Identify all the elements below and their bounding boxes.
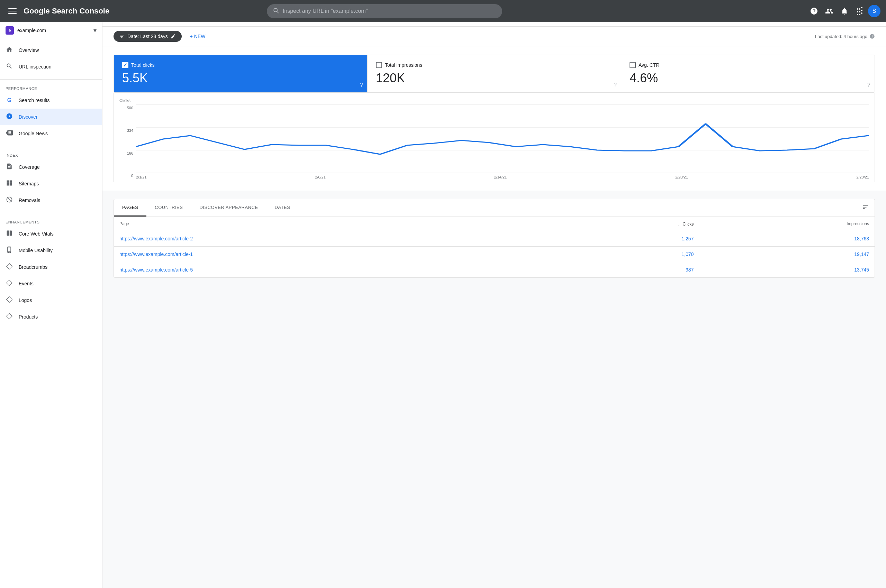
metric-info-icon[interactable]: ? bbox=[867, 82, 870, 88]
clicks-value: 987 bbox=[557, 262, 699, 278]
users-icon[interactable] bbox=[822, 4, 836, 18]
sidebar-item-overview[interactable]: Overview bbox=[0, 42, 102, 58]
tab-pages[interactable]: PAGES bbox=[114, 199, 146, 216]
metric-header: ✓ Total clicks bbox=[122, 62, 359, 68]
metric-value: 120K bbox=[376, 71, 612, 86]
svg-marker-7 bbox=[7, 296, 12, 302]
data-table: Page ↓ Clicks Impressions https://www.ex… bbox=[114, 217, 875, 278]
sidebar-item-breadcrumbs[interactable]: Breadcrumbs bbox=[0, 259, 102, 275]
page-url[interactable]: https://www.example.com/article-2 bbox=[114, 231, 557, 247]
metric-info-icon[interactable]: ? bbox=[614, 82, 617, 88]
sidebar-item-google-news[interactable]: Google News bbox=[0, 125, 102, 142]
sidebar-item-discover[interactable]: Discover bbox=[0, 109, 102, 125]
removals-icon bbox=[6, 196, 13, 205]
hamburger-menu[interactable] bbox=[6, 4, 20, 18]
metric-checkbox bbox=[376, 62, 382, 68]
last-updated: Last updated: 4 hours ago bbox=[815, 33, 875, 39]
page-url[interactable]: https://www.example.com/article-1 bbox=[114, 247, 557, 262]
metric-avg-ctr[interactable]: Avg. CTR 4.6% ? bbox=[621, 55, 875, 92]
metric-label: Total clicks bbox=[131, 62, 155, 68]
table-row: https://www.example.com/article-1 1,070 … bbox=[114, 247, 875, 262]
sidebar-item-products[interactable]: Products bbox=[0, 309, 102, 325]
svg-rect-2 bbox=[8, 13, 17, 14]
nav-divider bbox=[0, 146, 102, 146]
clicks-value: 1,070 bbox=[557, 247, 699, 262]
sidebar-item-label: Discover bbox=[19, 114, 38, 120]
google-icon: G bbox=[6, 97, 13, 104]
metric-header: Total impressions bbox=[376, 62, 612, 68]
top-nav: Google Search Console bbox=[0, 0, 886, 22]
site-selector[interactable]: e example.com ▾ bbox=[0, 22, 102, 39]
metric-header: Avg. CTR bbox=[630, 62, 866, 68]
nav-icons: S bbox=[807, 4, 880, 18]
app-logo: Google Search Console bbox=[24, 7, 109, 16]
sidebar-item-mobile-usability[interactable]: Mobile Usability bbox=[0, 242, 102, 259]
sidebar-item-core-web-vitals[interactable]: Core Web Vitals bbox=[0, 225, 102, 242]
url-search-bar[interactable] bbox=[267, 4, 502, 18]
tab-countries[interactable]: COUNTRIES bbox=[146, 199, 191, 216]
sidebar-item-logos[interactable]: Logos bbox=[0, 292, 102, 309]
url-inspection-icon bbox=[6, 63, 13, 71]
metric-checkbox: ✓ bbox=[122, 62, 128, 68]
svg-rect-0 bbox=[8, 8, 17, 9]
table-section: PAGES COUNTRIES DISCOVER APPEARANCE DATE… bbox=[114, 199, 875, 278]
apps-icon[interactable] bbox=[853, 4, 866, 18]
table-filter-icon[interactable] bbox=[857, 200, 875, 216]
discover-icon bbox=[6, 113, 13, 122]
products-icon bbox=[6, 313, 13, 321]
nav-divider bbox=[0, 79, 102, 80]
metric-value: 5.5K bbox=[122, 71, 359, 86]
metric-info-icon[interactable]: ? bbox=[360, 82, 363, 88]
sidebar-item-label: Overview bbox=[19, 47, 39, 53]
col-impressions[interactable]: Impressions bbox=[699, 217, 875, 231]
sidebar-item-events[interactable]: Events bbox=[0, 275, 102, 292]
url-search-input[interactable] bbox=[283, 8, 496, 14]
col-page: Page bbox=[114, 217, 557, 231]
metric-label: Avg. CTR bbox=[639, 62, 659, 68]
metric-checkbox bbox=[630, 62, 636, 68]
tab-dates[interactable]: DATES bbox=[266, 199, 299, 216]
notifications-icon[interactable] bbox=[838, 4, 851, 18]
logos-icon bbox=[6, 296, 13, 305]
site-dropdown-icon: ▾ bbox=[93, 27, 96, 34]
clicks-value: 1,257 bbox=[557, 231, 699, 247]
line-chart bbox=[136, 105, 869, 174]
impressions-value: 18,763 bbox=[699, 231, 875, 247]
table-row: https://www.example.com/article-5 987 13… bbox=[114, 262, 875, 278]
svg-rect-1 bbox=[8, 11, 17, 11]
col-clicks[interactable]: ↓ Clicks bbox=[557, 217, 699, 231]
enhancements-section: Enhancements Core Web Vitals Mobile Usab… bbox=[0, 214, 102, 328]
nav-divider bbox=[0, 213, 102, 213]
sidebar-item-label: Google News bbox=[19, 131, 48, 136]
site-name: example.com bbox=[17, 28, 90, 33]
help-icon[interactable] bbox=[807, 4, 821, 18]
user-avatar[interactable]: S bbox=[868, 5, 880, 17]
sidebar-item-label: Breadcrumbs bbox=[19, 264, 47, 270]
chart-y-axis: 500 334 166 0 bbox=[119, 105, 133, 179]
sidebar-item-search-results[interactable]: G Search results bbox=[0, 92, 102, 109]
chart-y-label: Clicks bbox=[119, 98, 869, 103]
breadcrumbs-icon bbox=[6, 263, 13, 272]
sidebar-item-sitemaps[interactable]: Sitemaps bbox=[0, 176, 102, 192]
metric-total-clicks[interactable]: ✓ Total clicks 5.5K ? bbox=[114, 55, 367, 92]
sidebar-item-label: Sitemaps bbox=[19, 181, 39, 186]
metrics-section: ✓ Total clicks 5.5K ? Total impressions … bbox=[102, 46, 886, 93]
date-filter-chip[interactable]: Date: Last 28 days bbox=[114, 31, 182, 42]
sitemaps-icon bbox=[6, 180, 13, 188]
sidebar-item-coverage[interactable]: Coverage bbox=[0, 159, 102, 176]
main-nav-section: Overview URL inspection bbox=[0, 39, 102, 78]
chart-container: Clicks 500 334 166 0 bbox=[114, 93, 875, 182]
sidebar-item-label: Mobile Usability bbox=[19, 248, 53, 253]
core-web-vitals-icon bbox=[6, 230, 13, 238]
new-filter-button[interactable]: + NEW bbox=[186, 31, 210, 42]
metric-total-impressions[interactable]: Total impressions 120K ? bbox=[367, 55, 621, 92]
table-row: https://www.example.com/article-2 1,257 … bbox=[114, 231, 875, 247]
news-icon bbox=[6, 129, 13, 138]
sidebar-item-label: Search results bbox=[19, 98, 50, 103]
sidebar-item-removals[interactable]: Removals bbox=[0, 192, 102, 208]
tab-discover-appearance[interactable]: DISCOVER APPEARANCE bbox=[191, 199, 266, 216]
metrics-row: ✓ Total clicks 5.5K ? Total impressions … bbox=[114, 55, 875, 93]
page-url[interactable]: https://www.example.com/article-5 bbox=[114, 262, 557, 278]
sidebar-item-url-inspection[interactable]: URL inspection bbox=[0, 58, 102, 75]
sidebar-item-label: URL inspection bbox=[19, 64, 51, 69]
